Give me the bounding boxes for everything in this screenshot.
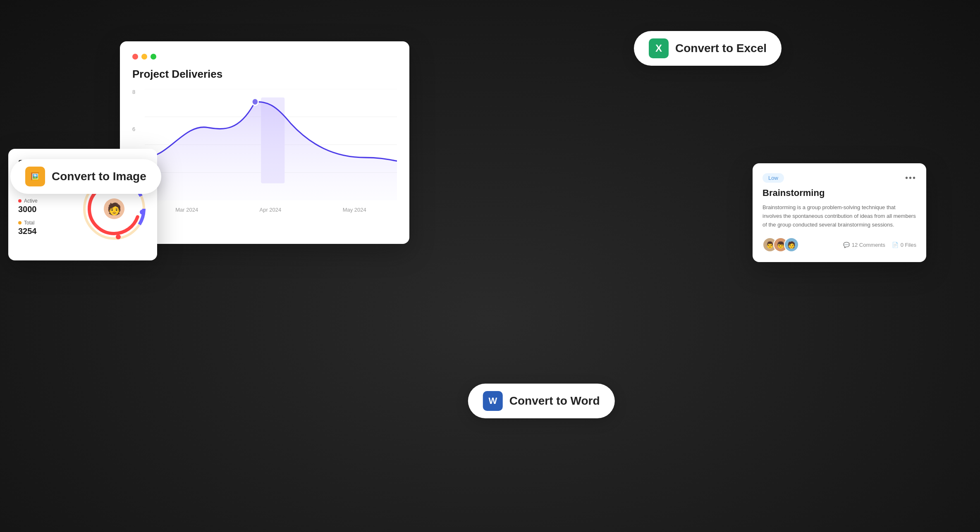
avatar-3: 🧑 xyxy=(784,237,799,252)
convert-image-button[interactable]: 🖼️ Convert to Image xyxy=(10,159,161,194)
excel-button-label: Convert to Excel xyxy=(675,42,767,55)
files-count: 0 Files xyxy=(901,242,916,248)
chart-title: Project Deliveries xyxy=(132,68,397,81)
chart-x-axis: Mar 2024 Apr 2024 May 2024 xyxy=(145,207,397,213)
avatar-group: 👨 👦 🧑 xyxy=(762,237,799,252)
stat-active: Active 3000 xyxy=(18,198,77,214)
chart-area: 8 6 4 xyxy=(132,89,397,213)
file-icon: 📄 xyxy=(892,242,899,248)
svg-point-11 xyxy=(116,234,121,239)
stat-total: Total 3254 xyxy=(18,220,77,236)
word-button-label: Convert to Word xyxy=(509,394,600,408)
excel-icon: X xyxy=(649,38,669,58)
minimize-dot[interactable] xyxy=(141,54,147,60)
image-icon: 🖼️ xyxy=(25,167,45,186)
card-description: Brainstorming is a group problem-solving… xyxy=(762,203,916,229)
avatar: 🧑 xyxy=(104,198,124,219)
window-controls xyxy=(132,54,397,60)
word-icon: W xyxy=(483,391,503,411)
chart-card: Project Deliveries 8 6 4 xyxy=(120,41,409,244)
chart-plot xyxy=(145,89,397,200)
active-dot xyxy=(18,199,22,203)
files-meta: 📄 0 Files xyxy=(892,242,916,248)
priority-badge: Low xyxy=(762,173,784,183)
card-title: Brainstorming xyxy=(762,188,916,198)
total-value: 3254 xyxy=(18,227,77,236)
card-footer: 👨 👦 🧑 💬 12 Comments 📄 0 Files xyxy=(762,237,916,252)
comments-count: 12 Comments xyxy=(852,242,885,248)
card-header: Low ••• xyxy=(762,173,916,183)
comment-icon: 💬 xyxy=(843,242,850,248)
brainstorm-card: Low ••• Brainstorming Brainstorming is a… xyxy=(753,163,926,262)
maximize-dot[interactable] xyxy=(151,54,156,60)
close-dot[interactable] xyxy=(132,54,138,60)
convert-word-button[interactable]: W Convert to Word xyxy=(468,384,615,418)
comments-meta: 💬 12 Comments xyxy=(843,242,885,248)
image-button-label: Convert to Image xyxy=(52,170,146,183)
svg-point-5 xyxy=(252,98,258,105)
card-meta: 💬 12 Comments 📄 0 Files xyxy=(843,242,916,248)
svg-point-10 xyxy=(140,210,145,215)
card-menu-icon[interactable]: ••• xyxy=(905,173,916,183)
convert-excel-button[interactable]: X Convert to Excel xyxy=(634,31,782,66)
active-value: 3000 xyxy=(18,205,77,214)
total-dot xyxy=(18,221,22,224)
